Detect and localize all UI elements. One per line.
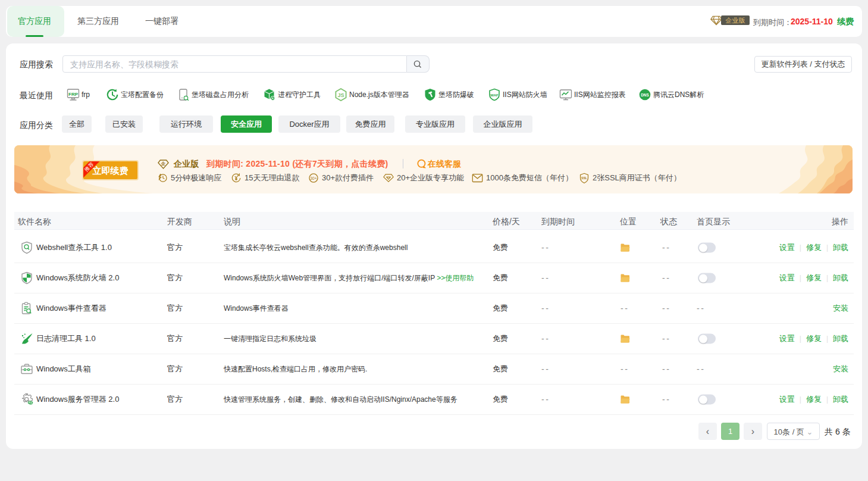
svg-text:DNS: DNS [641,93,649,97]
svg-text:30+: 30+ [310,176,317,180]
svg-text:WAF: WAF [490,93,499,97]
svg-text:JS: JS [337,92,344,98]
svg-text:企: 企 [161,161,165,166]
svg-text:SSL: SSL [581,176,587,180]
svg-text:FRP: FRP [68,92,79,97]
